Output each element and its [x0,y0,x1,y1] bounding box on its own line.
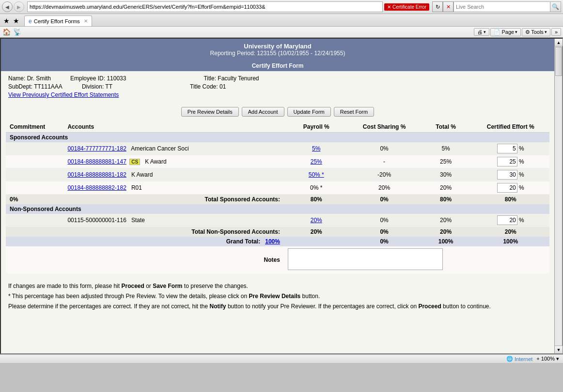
status-right: 🌐 Internet + 100% ▾ [506,356,559,362]
account-link-1[interactable]: 00184-777777771-182 [67,145,126,152]
scroll-up-button[interactable]: ▲ [555,39,563,46]
add-fav-icon[interactable]: ★ [12,16,20,25]
zoom-chevron: ▾ [556,356,559,362]
page-button[interactable]: 📄 Page ▾ [490,28,521,36]
sponsored-accounts-header: Sponsored Accounts [6,133,549,143]
back-button[interactable]: ◀ [2,1,13,12]
sponsored-total-commitment: 0% [6,195,63,205]
col-accounts: Accounts [63,121,283,133]
home-icon[interactable]: 🏠 [2,28,11,36]
grand-total-cost: 0% [349,237,420,246]
non-sponsored-total-row: Total Non-Sponsored Accounts: 20% 0% 20%… [6,227,549,237]
ns-total-label: Total Non-Sponsored Accounts: [63,227,283,237]
employee-id: Employee ID: 110033 [70,75,126,82]
favorites-icons: ★ ★ [2,16,20,25]
employee-info: Name: Dr. Smith Employee ID: 110033 Titl… [1,71,554,102]
add-account-button[interactable]: Add Account [242,107,284,117]
cert-error-badge: ✕ Certificate Error [384,3,429,11]
col-commitment: Commitment [6,121,63,133]
table-row: 00184-888888882-182 R01 0% * 20% 20% % [6,181,549,195]
ns-total-cost: 0% [349,227,420,237]
table-row: 00184-888888881-147 CS K Award 25% - 25% [6,155,549,168]
account-cell: 00184-777777771-182 American Cancer Soci [63,142,283,155]
account-link-4[interactable]: 00184-888888882-182 [67,184,126,191]
employee-title: Title: Faculty Tenured [203,75,259,82]
ns-total-cell: 20% [420,214,472,227]
table-row: 00184-777777771-182 American Cancer Soci… [6,142,549,155]
total-cell-1: 5% [420,142,472,155]
globe-icon: 🌐 [506,356,513,362]
account-cell-2: 00184-888888881-147 CS K Award [63,155,283,168]
tab-close-button[interactable]: ✕ [84,18,88,24]
tools-button[interactable]: ⚙ Tools ▾ [522,28,550,36]
account-link-3[interactable]: 00184-888888881-182 [67,171,126,178]
col-payroll: Payroll % [284,121,349,133]
grand-total-label: Grand Total: 100% [63,237,283,246]
rss-icon[interactable]: 📡 [13,28,21,36]
page-icon: 📄 [494,29,500,35]
payroll-link-2[interactable]: 25% [311,158,322,165]
star-icon[interactable]: ★ [2,16,11,25]
save-form-bold: Save Form [153,283,182,289]
ns-total-total: 20% [420,227,472,237]
sponsored-total-cost: 0% [349,195,420,205]
nav-bar: ◀ ▶ ✕ Certificate Error ↻ ✕ 🔍 [0,0,563,14]
notes-textarea[interactable] [288,248,443,270]
certified-cell-4: % [472,181,549,195]
nav-buttons: ◀ ▶ [2,1,24,12]
col-cost-sharing: Cost Sharing % [349,121,420,133]
certified-cell-2: % [472,155,549,168]
ns-account-text: 00115-500000001-116 [67,217,126,224]
status-bar: 🌐 Internet + 100% ▾ [0,354,563,363]
account-link-2[interactable]: 00184-888888881-147 [67,158,126,165]
employee-division: Division: TT [82,83,112,90]
ns-payroll-link[interactable]: 20% [311,217,322,224]
payroll-link-3[interactable]: 50% * [309,171,324,178]
grand-total-row: Grand Total: 100% 0% 100% 100% [6,237,549,246]
cost-sharing-cell-1: 0% [349,142,420,155]
table-row: 00115-500000001-116 State 20% 0% 20% [6,214,549,227]
forward-button[interactable]: ▶ [14,1,24,12]
certified-input-4[interactable] [497,183,517,193]
ns-total-certified: 20% [472,227,549,237]
cs-badge: CS [129,159,140,165]
sponsored-total-total: 80% [420,195,472,205]
expand-button[interactable]: » [551,28,561,36]
certified-input-3[interactable] [497,170,517,180]
scrollbar: ▲ ▼ [554,39,562,353]
view-statements-link[interactable]: View Previously Certified Effort Stateme… [8,91,119,98]
notify-bold: Notify [210,303,226,310]
address-input[interactable] [27,1,383,12]
proceed-bold-2: Proceed [418,303,441,310]
certified-input-2[interactable] [497,157,517,166]
commitment-cell-2 [6,155,63,168]
reset-form-button[interactable]: Reset Form [334,107,374,117]
search-button[interactable]: 🔍 [550,1,561,12]
footer-line3: Please determine if the percentages are … [8,302,547,311]
payroll-cell-3: 50% * [284,168,349,181]
pre-review-bold: Pre Review Details [249,293,301,300]
pre-review-details-button[interactable]: Pre Review Details [181,107,239,117]
update-form-button[interactable]: Update Form [287,107,331,117]
live-search-input[interactable] [454,1,550,12]
total-cell-2: 25% [420,155,472,168]
non-sponsored-accounts-header: Non-Sponsored Accounts [6,204,549,214]
payroll-link-1[interactable]: 5% [312,145,320,152]
account-cell-3: 00184-888888881-182 K Award [63,168,283,181]
certified-input-1[interactable] [497,144,517,153]
certified-cell-3: % [472,168,549,181]
active-tab[interactable]: e Certify Effort Forms ✕ [24,15,92,26]
stop-button[interactable]: ✕ [443,1,454,12]
ns-certified-input[interactable] [497,215,517,225]
reporting-period: Reporting Period: 123155 (10/02/1955 - 1… [6,50,549,57]
scroll-down-button[interactable]: ▼ [555,346,563,353]
tools-icon: ⚙ [525,29,530,35]
grand-total-payroll-link[interactable]: 100% [265,238,280,245]
print-button[interactable]: 🖨 ▾ [474,28,489,36]
page-header: University of Maryland Reporting Period:… [1,39,554,60]
scroll-thumb[interactable] [555,47,562,76]
notes-row: Notes [6,246,549,273]
ie-internet-indicator: 🌐 Internet [506,356,532,362]
refresh-button[interactable]: ↻ [432,1,443,12]
commitment-cell-4 [6,181,63,195]
